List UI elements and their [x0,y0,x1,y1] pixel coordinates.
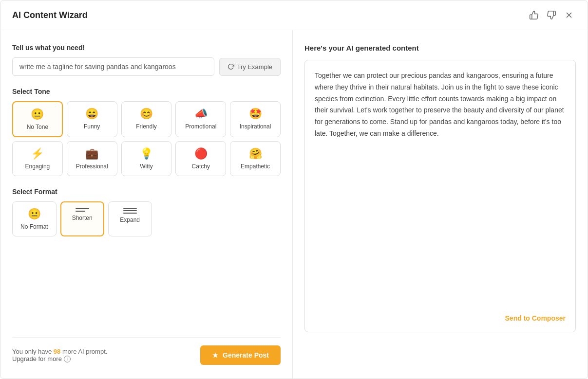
modal-header: AI Content Wizard [0,0,588,30]
inspirational-label: Inspirational [240,123,271,130]
tone-card-witty[interactable]: 💡 Witty [121,141,172,176]
upgrade-link[interactable]: Upgrade for more i [12,355,107,362]
tone-card-empathetic[interactable]: 🤗 Empathetic [230,141,281,176]
shorten-lines-icon [76,208,89,212]
tone-card-inspirational[interactable]: 🤩 Inspirational [230,101,281,137]
format-section-label: Select Format [12,188,281,196]
tone-card-engaging[interactable]: ⚡ Engaging [12,141,63,176]
tone-card-no-tone[interactable]: 😐 No Tone [12,101,63,137]
try-example-button[interactable]: Try Example [219,58,281,76]
thumbs-up-button[interactable] [527,8,541,22]
promotional-emoji: 📣 [194,108,208,120]
tone-card-catchy[interactable]: 🔴 Catchy [175,141,226,176]
no-tone-emoji: 😐 [31,108,44,121]
format-grid: 😐 No Format Shorten [12,201,281,236]
funny-emoji: 😄 [85,108,98,120]
send-to-composer-button[interactable]: Send to Composer [505,310,566,322]
right-panel-title: Here's your AI generated content [304,44,576,52]
left-sections: Tell us what you need! Try Example [12,44,281,325]
empathetic-emoji: 🤗 [249,147,262,160]
prompt-section: Tell us what you need! Try Example [12,44,281,76]
thumbs-down-button[interactable] [545,8,558,22]
friendly-label: Friendly [136,123,157,130]
expand-lines-icon [123,208,137,214]
professional-label: Professional [76,163,108,170]
format-section: Select Format 😐 No Format [12,188,281,236]
tone-card-funny[interactable]: 😄 Funny [67,101,117,137]
expand-label: Expand [120,217,140,223]
empathetic-label: Empathetic [241,163,270,170]
tone-card-professional[interactable]: 💼 Professional [67,141,117,176]
footer-prompt-info: You only have 98 more AI prompt. [12,348,107,355]
modal-title: AI Content Wizard [12,10,88,20]
right-panel: Here's your AI generated content Togethe… [293,30,588,379]
tone-card-promotional[interactable]: 📣 Promotional [175,101,226,137]
left-panel: Tell us what you need! Try Example [0,30,293,379]
inspirational-emoji: 🤩 [249,108,262,120]
modal-footer: You only have 98 more AI prompt. Upgrade… [12,337,281,365]
witty-emoji: 💡 [140,147,153,160]
funny-label: Funny [84,123,100,130]
format-card-no-format[interactable]: 😐 No Format [12,201,57,236]
tone-section: Select Tone 😐 No Tone 😄 Funny [12,88,281,176]
generated-content: Together we can protect our precious pan… [315,70,566,140]
prompt-input[interactable] [12,57,214,76]
no-format-label: No Format [20,223,48,230]
footer-left: You only have 98 more AI prompt. Upgrade… [12,348,107,362]
info-icon: i [64,356,71,362]
no-format-emoji: 😐 [28,208,41,220]
generate-icon [212,352,219,359]
tone-card-friendly[interactable]: 😊 Friendly [121,101,172,137]
engaging-label: Engaging [25,163,50,170]
generate-post-button[interactable]: Generate Post [200,345,281,365]
shorten-label: Shorten [72,215,93,221]
promotional-label: Promotional [185,123,216,130]
engaging-emoji: ⚡ [31,147,44,160]
tone-section-label: Select Tone [12,88,281,95]
prompt-section-label: Tell us what you need! [12,44,281,52]
content-box: Together we can protect our precious pan… [304,60,576,332]
modal-container: AI Content Wizard [0,0,588,379]
tone-grid: 😐 No Tone 😄 Funny 😊 Friendly [12,101,281,176]
prompt-row: Try Example [12,57,281,76]
no-tone-label: No Tone [27,124,48,130]
professional-emoji: 💼 [85,147,98,160]
catchy-label: Catchy [192,163,210,170]
prompt-count: 98 [54,348,60,355]
header-icons [527,8,576,22]
close-button[interactable] [562,8,576,22]
witty-label: Witty [140,163,153,170]
friendly-emoji: 😊 [140,108,153,120]
format-card-shorten[interactable]: Shorten [60,201,104,236]
format-card-expand[interactable]: Expand [108,201,152,236]
modal-body: Tell us what you need! Try Example [0,30,588,379]
catchy-emoji: 🔴 [194,147,208,160]
